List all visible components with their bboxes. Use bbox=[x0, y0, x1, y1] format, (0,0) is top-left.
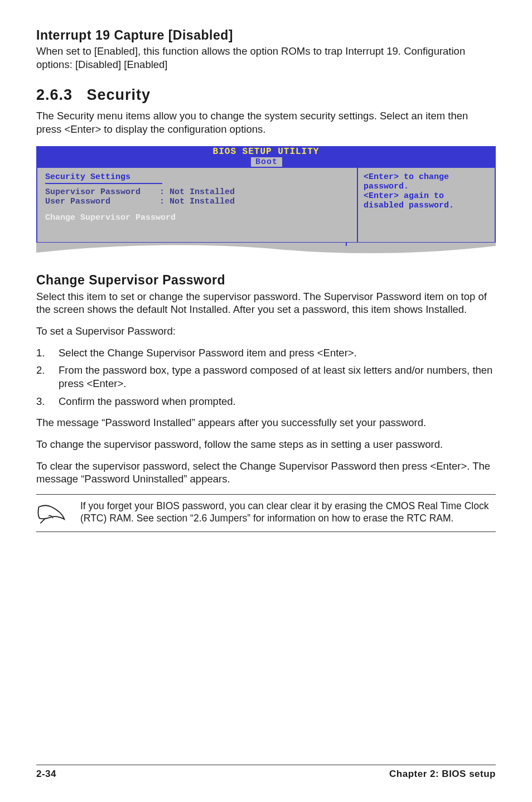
note-box: If you forget your BIOS password, you ca… bbox=[36, 494, 496, 532]
step-item: 1.Select the Change Supervisor Password … bbox=[36, 346, 496, 360]
bios-section-heading: Security Settings bbox=[45, 172, 349, 182]
note-icon bbox=[36, 500, 67, 526]
bios-screenshot: BIOS SETUP UTILITY Boot Security Setting… bbox=[36, 146, 496, 259]
bios-row-value: : Not Installed bbox=[159, 187, 235, 197]
para-cs-4: To change the supervisor password, follo… bbox=[36, 438, 496, 451]
footer-chapter: Chapter 2: BIOS setup bbox=[389, 769, 496, 780]
step-text: From the password box, type a password c… bbox=[59, 364, 496, 390]
step-num: 3. bbox=[36, 395, 59, 408]
bios-row-supervisor: Supervisor Password: Not Installed bbox=[45, 187, 349, 197]
footer-page-num: 2-34 bbox=[36, 769, 56, 780]
note-text: If you forget your BIOS password, you ca… bbox=[80, 500, 496, 525]
para-cs-1: Select this item to set or change the su… bbox=[36, 290, 496, 316]
step-num: 1. bbox=[36, 346, 59, 360]
bios-help-text: <Enter> to change password.<Enter> again… bbox=[364, 172, 489, 211]
step-item: 3.Confirm the password when prompted. bbox=[36, 395, 496, 408]
bios-tab: Boot bbox=[251, 157, 282, 167]
bios-right-pane: <Enter> to change password.<Enter> again… bbox=[357, 167, 496, 243]
bios-body: Security Settings Supervisor Password: N… bbox=[36, 167, 496, 243]
bios-divider bbox=[45, 183, 162, 184]
bios-row-value: : Not Installed bbox=[159, 197, 235, 206]
heading-num: 2.6.3 bbox=[36, 86, 72, 103]
bios-change-item: Change Supervisor Password bbox=[45, 213, 349, 223]
bios-torn-edge bbox=[36, 243, 496, 258]
bios-row-label: Supervisor Password bbox=[45, 187, 159, 197]
bios-title-text: BIOS SETUP UTILITY bbox=[213, 147, 320, 157]
bios-title-bar: BIOS SETUP UTILITY Boot bbox=[36, 146, 496, 167]
page-footer: 2-34 Chapter 2: BIOS setup bbox=[36, 765, 496, 780]
para-security: The Security menu items allow you to cha… bbox=[36, 109, 496, 136]
bios-left-pane: Security Settings Supervisor Password: N… bbox=[36, 167, 357, 243]
step-text: Select the Change Supervisor Password it… bbox=[59, 346, 496, 360]
step-text: Confirm the password when prompted. bbox=[59, 395, 496, 408]
steps-list: 1.Select the Change Supervisor Password … bbox=[36, 346, 496, 408]
para-cs-5: To clear the supervisor password, select… bbox=[36, 460, 496, 486]
para-cs-3: The message “Password Installed” appears… bbox=[36, 416, 496, 429]
para-cs-2: To set a Supervisor Password: bbox=[36, 325, 496, 338]
heading-title: Security bbox=[87, 86, 151, 103]
bios-row-user: User Password: Not Installed bbox=[45, 197, 349, 206]
step-num: 2. bbox=[36, 364, 59, 390]
heading-security: 2.6.3 Security bbox=[36, 86, 496, 104]
heading-interrupt: Interrupt 19 Capture [Disabled] bbox=[36, 28, 496, 43]
bios-row-label: User Password bbox=[45, 197, 159, 206]
para-interrupt: When set to [Enabled], this function all… bbox=[36, 45, 496, 71]
heading-change-supervisor: Change Supervisor Password bbox=[36, 273, 496, 288]
step-item: 2.From the password box, type a password… bbox=[36, 364, 496, 390]
